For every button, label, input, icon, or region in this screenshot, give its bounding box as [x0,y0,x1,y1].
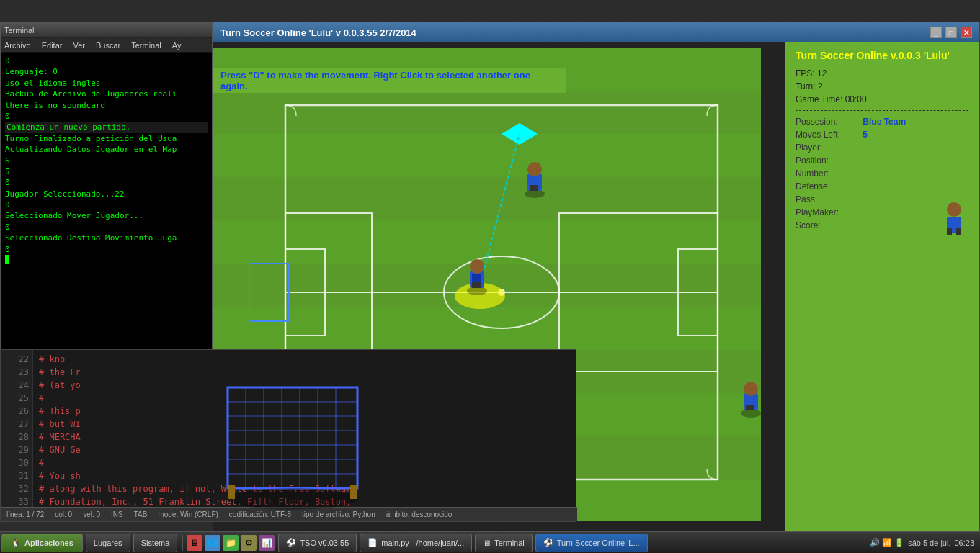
possession-row: Possesion: Blue Team [796,117,968,127]
player-label: Player: [796,143,860,153]
app-icon-1[interactable]: 🖥 [187,535,202,551]
movesleft-label: Moves Left: [796,130,860,140]
code-line-22: # kno [39,353,570,366]
movesleft-value: 5 [863,130,868,140]
possession-value: Blue Team [863,117,906,127]
svg-rect-60 [228,485,235,499]
app-icon-5[interactable]: 📊 [259,535,275,551]
editor-taskbutton[interactable]: 📄 main.py - /home/juan/... [360,534,472,552]
terminal-content[interactable]: 0 Lenguaje: 0 uso el idioma ingles Backu… [1,53,212,349]
term-line-12: Jugador Seleccionado...22 [5,189,208,199]
status-ins: INS [111,511,123,518]
maximize-button[interactable]: □ [945,27,957,38]
svg-point-59 [228,488,357,510]
game-label: Turn Soccer Online 'L... [557,539,640,547]
terminal-taskbutton[interactable]: 🖥 Terminal [475,534,533,552]
terminal-icon: 🖥 [483,539,491,547]
svg-rect-64 [947,228,952,235]
system-menu[interactable]: Sistema [133,534,178,552]
menu-editar[interactable]: Editar [42,41,63,50]
player-row: Player: [796,143,968,153]
terminal-window: Terminal Archivo Editar Ver Buscar Termi… [0,22,213,349]
term-line-7: Turno Finalizado a petición del Usua [5,133,208,144]
separator [182,535,183,551]
svg-point-21 [470,259,484,274]
system-label: Sistema [141,539,170,547]
minimize-button[interactable]: _ [930,27,942,38]
pass-label: Pass: [796,194,860,204]
term-line-1: Lenguaje: 0 [5,66,208,77]
term-line-13: 0 [5,199,208,210]
term-line-2: uso el idioma ingles [5,78,208,89]
defense-row: Defense: [796,181,968,192]
game-icon: ⚽ [543,538,553,547]
term-line-3: Backup de Archivo de Jugadores reali [5,89,208,99]
places-menu[interactable]: Lugares [86,534,130,552]
terminal-label: Terminal [494,539,525,547]
term-line-0: 0 [5,55,208,66]
position-label: Position: [796,156,860,166]
possession-label: Possesion: [796,117,860,127]
svg-point-28 [527,162,542,176]
tso-taskbutton[interactable]: ⚽ TSO v0.03.55 [278,534,357,552]
svg-rect-44 [746,405,750,410]
gametime-display: Game Time: 00:00 [796,94,968,104]
movesleft-row: Moves Left: 5 [796,130,968,140]
app-icons: 🖥 🌐 📁 ⚙ 📊 [187,535,275,551]
svg-rect-29 [530,185,534,191]
app-icon-3[interactable]: 📁 [223,535,239,551]
panel-player-sprite [940,201,968,243]
term-line-16: Seleccionado Destino Movimiento Juga [5,233,208,243]
editor-icon: 📄 [368,538,378,547]
menu-archivo[interactable]: Archivo [4,41,31,50]
menu-ay[interactable]: Ay [172,41,182,50]
term-line-9: 6 [5,156,208,166]
svg-point-62 [947,202,961,217]
terminal-menubar: Archivo Editar Ver Buscar Terminal Ay [1,38,212,53]
term-line-10: 5 [5,166,208,177]
term-line-8: Actualizando Datos Jugador en el Map [5,144,208,155]
svg-rect-46 [228,387,357,488]
svg-rect-30 [534,185,538,191]
taskbar-right: 🔊 📶 🔋 sáb 5 de jul, 06:23 [870,538,980,547]
term-line-14: Seleccionado Mover Jugador... [5,210,208,221]
svg-rect-2 [213,134,761,177]
number-row: Number: [796,168,968,179]
fps-display: FPS: 12 [796,68,968,78]
start-applications[interactable]: 🐧 Aplicaciones [1,534,83,552]
menu-ver[interactable]: Ver [73,41,85,50]
svg-rect-61 [350,485,357,499]
taskbar-date: sáb 5 de jul, [908,539,950,547]
score-label: Score: [796,220,860,230]
taskbar-time: 06:23 [954,539,974,547]
game-title: Turn Soccer Online 'Lulu' v 0.0.3.55 2/7… [220,27,416,38]
menu-terminal[interactable]: Terminal [131,41,161,50]
svg-rect-65 [956,228,961,235]
tso-label: TSO v0.03.55 [300,539,349,547]
status-scope: ámbito: desconocido [386,511,453,518]
term-line-6: Comienza un nuevo partido. [5,122,208,132]
places-label: Lugares [94,539,122,547]
terminal-titlebar: Terminal [1,22,212,38]
menu-buscar[interactable]: Buscar [96,41,120,50]
defense-label: Defense: [796,181,860,192]
svg-point-43 [744,382,758,396]
game-instruction: Press "D" to make the movement. Right Cl… [213,68,566,93]
close-button[interactable]: ✕ [961,27,972,38]
app-icon-4[interactable]: ⚙ [241,535,257,551]
game-panel: Turn Soccer Online v.0.0.3 'Lulu' FPS: 1… [785,42,979,541]
game-titlebar: Turn Soccer Online 'Lulu' v 0.0.3.55 2/7… [213,22,979,42]
status-tab: TAB [134,511,148,518]
app-icon-2[interactable]: 🌐 [205,535,220,551]
terminal-title: Terminal [4,26,35,35]
turn-display: Turn: 2 [796,81,968,91]
cursor [5,255,9,264]
svg-rect-24 [472,282,476,288]
line-numbers: 2223242526 2728293031 323334 [1,350,33,521]
goal-net [213,373,368,517]
game-window: Turn Soccer Online 'Lulu' v 0.0.3.55 2/7… [213,22,980,540]
game-taskbutton[interactable]: ⚽ Turn Soccer Online 'L... [535,534,648,552]
status-col: col: 0 [55,511,72,518]
number-label: Number: [796,168,860,179]
svg-rect-45 [750,405,754,410]
